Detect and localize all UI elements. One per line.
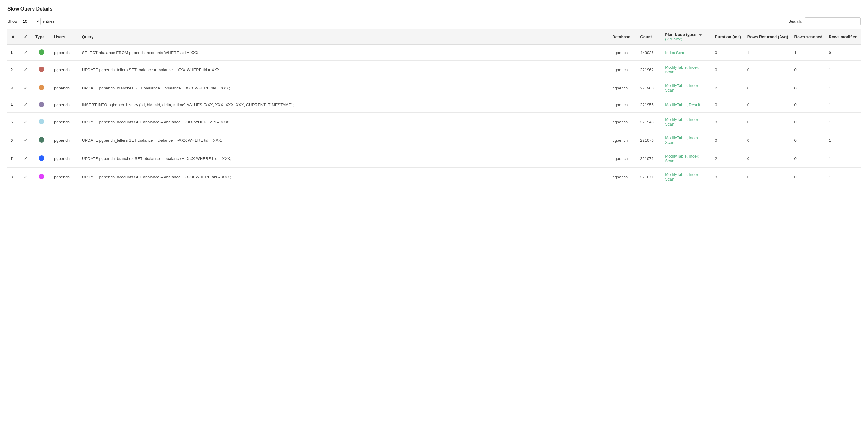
row-duration: 0 (712, 97, 744, 113)
row-checkbox[interactable]: ✓ (19, 45, 32, 61)
row-duration: 2 (712, 79, 744, 97)
row-plan-nodes[interactable]: ModifyTable, Index Scan (662, 131, 712, 149)
row-number: 5 (7, 113, 19, 131)
row-plan-nodes[interactable]: ModifyTable, Index Scan (662, 168, 712, 186)
header-checkbox-icon[interactable]: ✓ (24, 34, 28, 39)
row-rows-returned: 0 (744, 131, 791, 149)
row-checkbox[interactable]: ✓ (19, 113, 32, 131)
row-rows-modified: 1 (826, 113, 861, 131)
plan-node-link[interactable]: ModifyTable, Index Scan (665, 136, 699, 145)
row-plan-nodes[interactable]: ModifyTable, Index Scan (662, 149, 712, 168)
row-users: pgbench (51, 79, 79, 97)
row-type (32, 45, 51, 61)
row-rows-modified: 1 (826, 79, 861, 97)
row-count: 221076 (637, 149, 662, 168)
row-checkbox[interactable]: ✓ (19, 149, 32, 168)
search-label: Search: (788, 19, 802, 24)
row-rows-modified: 1 (826, 131, 861, 149)
row-rows-scanned: 0 (791, 97, 826, 113)
row-duration: 2 (712, 149, 744, 168)
row-duration: 0 (712, 131, 744, 149)
visualize-link[interactable]: (Visualize) (665, 37, 708, 41)
row-rows-returned: 0 (744, 113, 791, 131)
row-count: 221960 (637, 79, 662, 97)
search-input[interactable] (805, 18, 861, 25)
row-checkbox[interactable]: ✓ (19, 131, 32, 149)
row-query: INSERT INTO pgbench_history (tid, bid, a… (79, 97, 609, 113)
row-plan-nodes[interactable]: ModifyTable, Index Scan (662, 79, 712, 97)
row-count: 221071 (637, 168, 662, 186)
row-rows-modified: 1 (826, 97, 861, 113)
plan-node-link[interactable]: ModifyTable, Index Scan (665, 83, 699, 93)
row-type (32, 168, 51, 186)
row-checkbox-icon[interactable]: ✓ (24, 138, 28, 143)
row-checkbox-icon[interactable]: ✓ (24, 67, 28, 73)
col-rows-modified: Rows modified (826, 29, 861, 45)
col-hash: # (7, 29, 19, 45)
row-checkbox-icon[interactable]: ✓ (24, 85, 28, 91)
row-plan-nodes[interactable]: ModifyTable, Index Scan (662, 113, 712, 131)
type-dot (39, 102, 44, 107)
row-number: 4 (7, 97, 19, 113)
row-number: 6 (7, 131, 19, 149)
search-area: Search: (788, 18, 861, 25)
row-rows-scanned: 0 (791, 61, 826, 79)
plan-node-link[interactable]: ModifyTable, Index Scan (665, 65, 699, 74)
plan-node-link[interactable]: ModifyTable, Result (665, 103, 700, 107)
row-checkbox-icon[interactable]: ✓ (24, 174, 28, 179)
plan-node-link[interactable]: ModifyTable, Index Scan (665, 172, 699, 181)
row-query: UPDATE pgbench_accounts SET abalance = a… (79, 113, 609, 131)
row-database: pgbench (609, 45, 637, 61)
row-users: pgbench (51, 97, 79, 113)
row-type (32, 61, 51, 79)
row-count: 443026 (637, 45, 662, 61)
row-rows-modified: 1 (826, 61, 861, 79)
row-rows-scanned: 0 (791, 79, 826, 97)
row-count: 221962 (637, 61, 662, 79)
row-checkbox-icon[interactable]: ✓ (24, 102, 28, 108)
row-type (32, 79, 51, 97)
row-plan-nodes[interactable]: ModifyTable, Result (662, 97, 712, 113)
row-rows-returned: 0 (744, 149, 791, 168)
row-checkbox-icon[interactable]: ✓ (24, 50, 28, 55)
row-users: pgbench (51, 149, 79, 168)
col-plan-node-types[interactable]: Plan Node types (Visualize) (662, 29, 712, 45)
plan-node-link[interactable]: ModifyTable, Index Scan (665, 154, 699, 163)
row-rows-scanned: 0 (791, 168, 826, 186)
row-checkbox[interactable]: ✓ (19, 79, 32, 97)
row-rows-returned: 0 (744, 97, 791, 113)
row-plan-nodes[interactable]: ModifyTable, Index Scan (662, 61, 712, 79)
row-number: 1 (7, 45, 19, 61)
row-plan-nodes[interactable]: Index Scan (662, 45, 712, 61)
row-checkbox[interactable]: ✓ (19, 168, 32, 186)
row-database: pgbench (609, 149, 637, 168)
entries-per-page-select[interactable]: 10 25 50 100 (20, 18, 41, 25)
row-rows-modified: 0 (826, 45, 861, 61)
row-checkbox-icon[interactable]: ✓ (24, 119, 28, 124)
plan-node-link[interactable]: ModifyTable, Index Scan (665, 117, 699, 126)
type-dot (39, 156, 44, 161)
row-duration: 3 (712, 168, 744, 186)
show-entries-control: Show 10 25 50 100 entries (7, 18, 55, 25)
col-checkbox: ✓ (19, 29, 32, 45)
type-dot (39, 174, 44, 179)
col-type: Type (32, 29, 51, 45)
col-rows-scanned: Rows scanned (791, 29, 826, 45)
table-row: 5 ✓ pgbench UPDATE pgbench_accounts SET … (7, 113, 861, 131)
plan-node-link[interactable]: Index Scan (665, 50, 685, 55)
row-query: UPDATE pgbench_branches SET bbalance = b… (79, 149, 609, 168)
row-users: pgbench (51, 113, 79, 131)
row-checkbox[interactable]: ✓ (19, 97, 32, 113)
row-checkbox-icon[interactable]: ✓ (24, 156, 28, 161)
slow-query-table: # ✓ Type Users Query Database Count Plan… (7, 29, 861, 186)
row-users: pgbench (51, 61, 79, 79)
row-rows-returned: 0 (744, 168, 791, 186)
row-checkbox[interactable]: ✓ (19, 61, 32, 79)
row-users: pgbench (51, 45, 79, 61)
page-title: Slow Query Details (7, 6, 861, 12)
type-dot (39, 49, 44, 55)
sort-arrow-plan-node[interactable] (699, 34, 702, 36)
col-rows-returned: Rows Returned (Avg) (744, 29, 791, 45)
row-type (32, 149, 51, 168)
row-database: pgbench (609, 61, 637, 79)
